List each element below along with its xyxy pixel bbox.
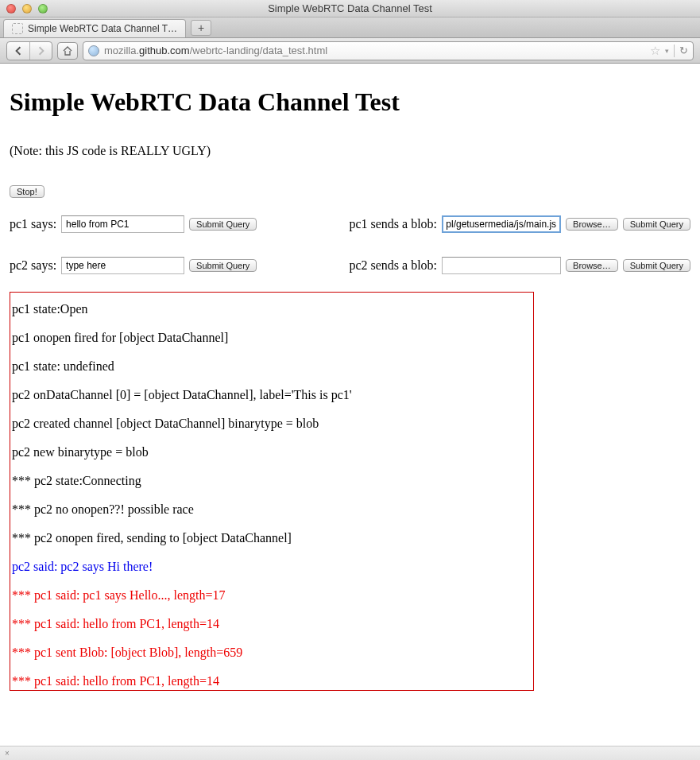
log-line: *** pc2 no onopen??! possible race [10, 502, 533, 517]
minimize-window-button[interactable] [22, 4, 32, 14]
browser-tab[interactable]: Simple WebRTC Data Channel T… [3, 19, 186, 37]
url-bar[interactable]: mozilla.github.com/webrtc-landing/data_t… [83, 41, 694, 60]
page-note: (Note: this JS code is REALLY UGLY) [10, 144, 690, 158]
url-prefix: mozilla. [104, 45, 139, 56]
reload-icon[interactable]: ↻ [679, 45, 688, 56]
back-forward-group [6, 41, 52, 60]
dropdown-icon[interactable]: ▾ [665, 47, 669, 55]
log-line: *** pc1 said: hello from PC1, length=14 [10, 617, 533, 631]
bookmark-star-icon[interactable]: ☆ [650, 44, 660, 58]
pc1-says-row: pc1 says: Submit Query [10, 215, 333, 233]
pc1-blob-label: pc1 sends a blob: [349, 217, 437, 231]
tab-favicon [12, 23, 23, 34]
titlebar: Simple WebRTC Data Channel Test [0, 0, 700, 17]
home-button[interactable] [57, 42, 78, 60]
pc1-says-label: pc1 says: [10, 217, 56, 231]
pc2-says-label: pc2 says: [10, 258, 56, 273]
log-line: pc2 onDataChannel [0] = [object DataChan… [10, 388, 533, 402]
pc1-blob-row: pc1 sends a blob: ipl/getusermedia/js/ma… [349, 215, 690, 233]
zoom-window-button[interactable] [38, 4, 48, 14]
nav-toolbar: mozilla.github.com/webrtc-landing/data_t… [0, 38, 700, 64]
log-line: *** pc2 onopen fired, sending to [object… [10, 531, 533, 545]
log-line: pc2 new binarytype = blob [10, 445, 533, 459]
log-line: pc2 said: pc2 says Hi there! [10, 560, 533, 574]
log-line: pc1 state: undefined [10, 359, 533, 374]
pc1-blob-submit[interactable]: Submit Query [623, 218, 690, 231]
pc1-says-submit[interactable]: Submit Query [189, 218, 257, 231]
pc2-says-submit[interactable]: Submit Query [189, 259, 257, 272]
pc2-blob-browse[interactable]: Browse… [566, 259, 618, 272]
pc2-blob-submit[interactable]: Submit Query [623, 259, 690, 272]
globe-icon [88, 45, 99, 56]
url-path: /webrtc-landing/data_test.html [190, 45, 327, 56]
log-box[interactable]: pc1 state:Openpc1 onopen fired for [obje… [10, 292, 534, 691]
back-button[interactable] [7, 42, 29, 60]
status-close-icon[interactable]: × [5, 749, 10, 758]
pc2-says-input[interactable] [61, 257, 184, 274]
pc1-blob-file[interactable]: ipl/getusermedia/js/main.js [442, 215, 561, 233]
pc2-blob-label: pc2 sends a blob: [349, 258, 437, 273]
log-line: *** pc1 sent Blob: [object Blob], length… [10, 646, 533, 660]
page-heading: Simple WebRTC Data Channel Test [10, 87, 690, 117]
log-line: pc2 created channel [object DataChannel]… [10, 417, 533, 431]
stop-button[interactable]: Stop! [10, 185, 44, 198]
separator [674, 45, 675, 57]
traffic-lights [0, 4, 48, 14]
window-title: Simple WebRTC Data Channel Test [0, 2, 700, 14]
log-line: *** pc1 said: pc1 says Hello..., length=… [10, 588, 533, 603]
log-line: pc1 onopen fired for [object DataChannel… [10, 331, 533, 345]
page-content: Simple WebRTC Data Channel Test (Note: t… [0, 64, 700, 700]
url-host: github.com [139, 45, 190, 56]
pc2-blob-row: pc2 sends a blob: Browse… Submit Query [349, 257, 690, 274]
new-tab-button[interactable]: + [191, 20, 211, 36]
log-line: *** pc1 said: hello from PC1, length=14 [10, 674, 533, 688]
pc1-says-input[interactable] [61, 215, 184, 233]
log-line: pc1 state:Open [10, 302, 533, 316]
pc2-blob-file[interactable] [442, 257, 561, 274]
url-text: mozilla.github.com/webrtc-landing/data_t… [104, 45, 645, 56]
status-bar: × [0, 746, 700, 760]
pc1-blob-browse[interactable]: Browse… [566, 218, 618, 231]
tab-strip: Simple WebRTC Data Channel T… + [0, 17, 700, 38]
close-window-button[interactable] [6, 4, 16, 14]
log-line: *** pc2 state:Connecting [10, 474, 533, 488]
forward-button[interactable] [29, 42, 52, 60]
tab-title: Simple WebRTC Data Channel T… [28, 23, 177, 34]
pc1-blob-filename: ipl/getusermedia/js/main.js [447, 219, 556, 230]
pc2-says-row: pc2 says: Submit Query [10, 257, 333, 274]
